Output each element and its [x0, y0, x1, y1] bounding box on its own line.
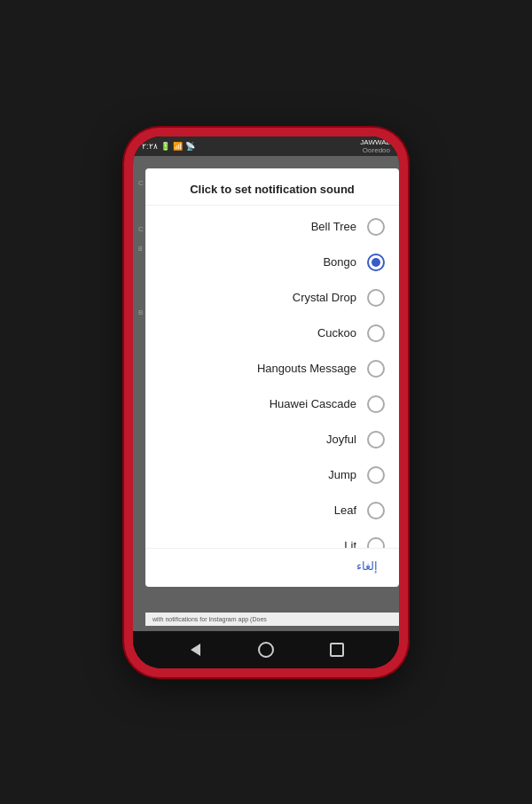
- radio-jump[interactable]: [367, 466, 385, 484]
- list-item[interactable]: Huawei Cascade: [145, 386, 399, 422]
- list-item[interactable]: Bongo: [145, 245, 399, 280]
- recents-button[interactable]: [324, 636, 350, 663]
- home-button[interactable]: [253, 636, 279, 663]
- bottom-text: with notifications for Instagram app (Do…: [145, 613, 399, 626]
- radio-cuckoo[interactable]: [367, 324, 385, 342]
- nav-bar: [133, 631, 399, 668]
- list-item[interactable]: Hangouts Message: [145, 351, 399, 386]
- list-item[interactable]: Cuckoo: [145, 316, 399, 351]
- radio-huawei-cascade[interactable]: [367, 395, 385, 413]
- radio-crystal-drop[interactable]: [367, 289, 385, 307]
- status-bar: ٢:٢٨ 🔋 📶 📡 JAWWAL Ooredoo: [133, 137, 399, 156]
- time-display: ٢:٢٨: [142, 142, 158, 151]
- list-item[interactable]: Bell Tree: [145, 209, 399, 245]
- list-item[interactable]: Lit: [145, 528, 399, 548]
- notification-sound-dialog: Click to set notification sound Bell Tre…: [145, 168, 399, 587]
- back-button[interactable]: [182, 636, 208, 663]
- list-item[interactable]: Leaf: [145, 493, 399, 528]
- signal-icon: 📶: [173, 142, 183, 151]
- item-label-bell-tree: Bell Tree: [160, 220, 356, 233]
- phone-frame: ٢:٢٨ 🔋 📶 📡 JAWWAL Ooredoo C CB B S S: [124, 128, 408, 677]
- status-left: ٢:٢٨ 🔋 📶 📡: [142, 142, 195, 151]
- operator-right: Ooredoo: [360, 146, 390, 154]
- sound-list[interactable]: Bell Tree Bongo Crystal Drop Cuckoo: [145, 206, 399, 548]
- radio-leaf[interactable]: [367, 502, 385, 519]
- radio-joyful[interactable]: [367, 431, 385, 449]
- item-label-huawei-cascade: Huawei Cascade: [160, 397, 356, 410]
- cancel-button[interactable]: إلغاء: [349, 556, 385, 576]
- wifi-icon: 📡: [185, 142, 195, 151]
- item-label-leaf: Leaf: [160, 503, 356, 517]
- status-right: JAWWAL Ooredoo: [360, 138, 390, 154]
- radio-hangouts-message[interactable]: [367, 360, 385, 378]
- item-label-lit: Lit: [160, 539, 356, 548]
- item-label-cuckoo: Cuckoo: [160, 326, 356, 340]
- item-label-jump: Jump: [160, 468, 356, 481]
- radio-lit[interactable]: [367, 537, 385, 548]
- list-item[interactable]: Joyful: [145, 422, 399, 457]
- item-label-joyful: Joyful: [160, 433, 356, 446]
- dialog-title: Click to set notification sound: [145, 168, 399, 206]
- item-label-bongo: Bongo: [160, 255, 356, 269]
- radio-bongo[interactable]: [367, 254, 385, 271]
- list-item[interactable]: Crystal Drop: [145, 280, 399, 316]
- radio-bell-tree[interactable]: [367, 218, 385, 236]
- phone-screen: ٢:٢٨ 🔋 📶 📡 JAWWAL Ooredoo C CB B S S: [133, 137, 399, 668]
- battery-icon: 🔋: [160, 142, 170, 151]
- item-label-crystal-drop: Crystal Drop: [160, 291, 356, 304]
- list-item[interactable]: Jump: [145, 457, 399, 493]
- dialog-footer: إلغاء: [145, 548, 399, 587]
- item-label-hangouts-message: Hangouts Message: [160, 362, 356, 375]
- operator-left: JAWWAL: [360, 138, 390, 146]
- screen-content: C CB B S S S S S Click to set notificati…: [133, 156, 399, 631]
